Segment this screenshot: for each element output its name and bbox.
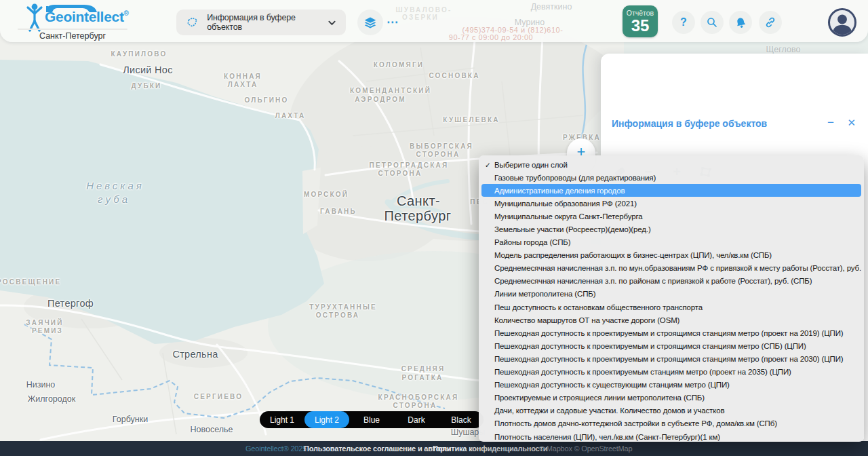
basemap-option[interactable]: Dark — [394, 411, 439, 428]
layer-menu-option[interactable]: Количество маршрутов ОТ на участке дорог… — [481, 314, 861, 326]
logo-title[interactable]: Geointellect® — [45, 9, 129, 25]
footer-privacy-link[interactable]: Политика конфиденциальности — [433, 441, 547, 456]
reports-count: 35 — [631, 17, 650, 34]
search-icon — [706, 16, 718, 28]
layer-menu-option[interactable]: ✓ Выберите один слой — [481, 158, 861, 171]
panel-minimize-button[interactable]: − — [827, 116, 834, 130]
basemap-option[interactable]: Blue — [349, 411, 394, 428]
layer-menu-option-label: Районы города (СПБ) — [494, 238, 570, 246]
layer-menu-option[interactable]: Земельные участки (Росреестр)(демо)(ред.… — [481, 223, 861, 235]
basemap-option-label: Black — [451, 415, 471, 425]
help-button[interactable]: ? — [672, 11, 695, 34]
search-button[interactable] — [701, 11, 724, 34]
panel-title: Информация в буфере объектов — [612, 118, 767, 129]
basemap-style-switcher: Light 1 Light 2 Blue Dark Black — [260, 411, 484, 428]
layer-menu-option[interactable]: Среднемесячная начисленная з.п. по мун.о… — [481, 262, 861, 275]
layer-menu-option[interactable]: Плотность домов дачно-коттеджной застрой… — [481, 417, 861, 430]
layers-button[interactable] — [357, 10, 383, 35]
tool-select-label: Информация в буфере объектов — [207, 13, 328, 32]
top-toolbar: Geointellect® Санкт-Петербург Информация… — [0, 0, 868, 42]
layer-menu-option[interactable]: Административные деления городов — [481, 184, 861, 197]
person-icon — [830, 10, 854, 35]
layer-menu-option-label: Административные деления городов — [494, 187, 625, 195]
layer-menu-option[interactable]: Модель распределения работающих в бизнес… — [481, 249, 861, 262]
logo-subtitle: Санкт-Петербург — [18, 31, 127, 41]
layer-menu-option-label: Газовые трубопроводы (для редактирования… — [494, 174, 656, 182]
bell-icon — [733, 15, 749, 31]
registered-mark: ® — [124, 10, 129, 17]
layer-menu-option-label: Пеш доступность к остановкам общественно… — [494, 303, 703, 311]
panel-close-button[interactable]: ✕ — [847, 117, 856, 129]
basemap-option-label: Light 1 — [270, 415, 294, 425]
footer-brand: Geointellect® 2025 — [245, 441, 307, 456]
layer-menu-option-label: Пешеходная доступность к проектируемым и… — [494, 342, 806, 350]
layer-menu-option-label: Среднемесячная начисленная з.п. по мун.о… — [494, 264, 861, 272]
layer-menu-option-label: Пешеходная доступность к существующим ст… — [494, 381, 730, 389]
layer-menu-option-label: Муниципальные округа Санкт-Петербурга — [494, 212, 643, 221]
layer-menu-option-label: Модель распределения работающих в бизнес… — [494, 251, 772, 259]
layer-menu-option-label: Среднемесячная начисленная з.п. по район… — [494, 277, 812, 285]
layer-menu-option[interactable]: Газовые трубопроводы (для редактирования… — [481, 171, 861, 184]
tool-select-dropdown[interactable]: Информация в буфере объектов — [176, 10, 346, 35]
layer-menu-option[interactable]: Муниципальные образования РФ (2021) — [481, 197, 861, 210]
link-icon — [764, 16, 776, 28]
layers-icon — [363, 16, 377, 29]
notifications-button[interactable] — [729, 11, 752, 34]
layer-menu-option[interactable]: Районы города (СПБ) — [481, 236, 861, 249]
layer-menu-option[interactable]: Пешеходная доступность к проектируемым с… — [481, 366, 861, 379]
layer-select-menu: ✓ Выберите один слой Газовые трубопровод… — [479, 155, 864, 442]
footer-terms-link[interactable]: Пользовательское соглашение и авторы — [304, 441, 451, 456]
layer-menu-option[interactable]: Среднемесячная начисленная з.п. по район… — [481, 275, 861, 288]
reports-badge[interactable]: Отчётов 35 — [623, 5, 658, 37]
checkmark-icon: ✓ — [485, 161, 494, 169]
footer-map-attribution: © Mapbox © OpenStreetMap — [539, 441, 632, 456]
layer-menu-option-label: Муниципальные образования РФ (2021) — [494, 200, 637, 208]
layer-menu-option-label: Дачи, коттеджи и садовые участки. Количе… — [494, 406, 724, 415]
basemap-option-label: Blue — [363, 415, 380, 425]
layer-menu-option[interactable]: Пешеходная доступность к проектируемым и… — [481, 326, 861, 339]
question-icon: ? — [680, 16, 687, 28]
layer-menu-option[interactable]: Пеш доступность к остановкам общественно… — [481, 301, 861, 314]
layer-menu-option-label: Количество маршрутов ОТ на участке дорог… — [494, 316, 679, 324]
chevron-down-icon — [328, 18, 336, 27]
layer-menu-option[interactable]: Муниципальные округа Санкт-Петербурга — [481, 210, 861, 223]
buffer-polygon-icon — [186, 16, 199, 29]
layer-menu-option-label: Плотность населения (ЦПИ), чел./кв.км (С… — [494, 433, 720, 441]
layer-menu-option-label: Выберите один слой — [494, 161, 568, 169]
basemap-option[interactable]: Black — [439, 411, 484, 428]
geointellect-app: КАУПИЛОВОЛисий НосДУБКИКОННАЯЛАХТАОЛЬГИН… — [0, 0, 868, 456]
basemap-option-label: Light 2 — [315, 415, 339, 425]
layer-menu-option[interactable]: Проектируемые и строящиеся линии метропо… — [481, 392, 861, 404]
layer-menu-option-label: Земельные участки (Росреестр)(демо)(ред.… — [494, 225, 651, 233]
layer-menu-option-label: Пешеходная доступность к проектируемым и… — [494, 355, 843, 363]
layer-menu-option-label: Пешеходная доступность к проектируемым и… — [494, 329, 843, 337]
layer-menu-option[interactable]: Плотность населения (ЦПИ), чел./кв.км (С… — [481, 430, 861, 442]
share-link-button[interactable] — [759, 11, 782, 34]
layer-menu-option[interactable]: Линии метрополитена (СПБ) — [481, 288, 861, 301]
basemap-option[interactable]: Light 1 — [260, 411, 304, 428]
more-options-button[interactable]: ⋯ — [387, 15, 399, 29]
basemap-option[interactable]: Light 2 — [304, 411, 349, 428]
basemap-option-label: Dark — [408, 415, 425, 425]
layer-menu-option[interactable]: Пешеходная доступность к проектируемым и… — [481, 339, 861, 352]
layer-menu-option-label: Проектируемые и строящиеся линии метропо… — [494, 394, 705, 402]
layer-menu-option[interactable]: Пешеходная доступность к проектируемым и… — [481, 352, 861, 365]
layer-menu-option-label: Линии метрополитена (СПБ) — [494, 290, 595, 298]
layer-menu-option[interactable]: Пешеходная доступность к существующим ст… — [481, 379, 861, 392]
logo-divider — [18, 28, 127, 30]
user-avatar[interactable] — [828, 8, 856, 37]
layer-menu-option-label: Плотность домов дачно-коттеджной застрой… — [494, 419, 777, 428]
layer-menu-option-label: Пешеходная доступность к проектируемым с… — [494, 368, 791, 376]
layer-menu-option[interactable]: Дачи, коттеджи и садовые участки. Количе… — [481, 404, 861, 417]
footer-bar: Geointellect® 2025 Пользовательское согл… — [0, 441, 868, 456]
